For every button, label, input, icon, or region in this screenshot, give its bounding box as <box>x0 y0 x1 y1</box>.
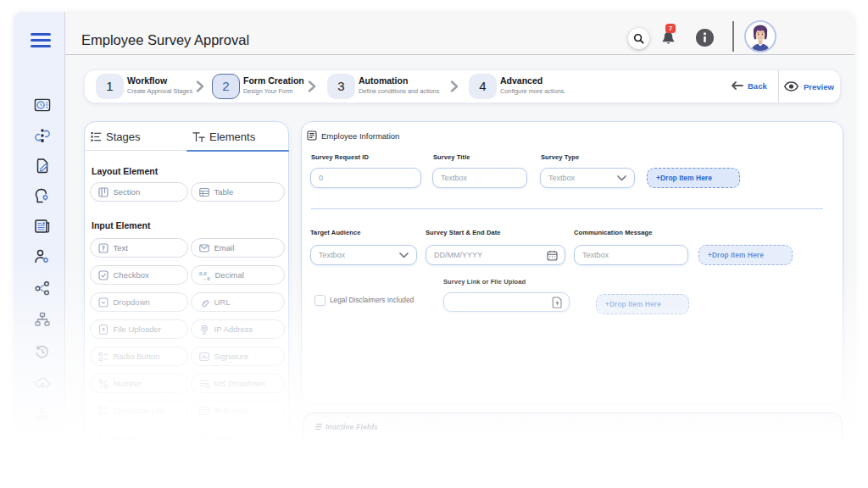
svg-text:→0: →0 <box>202 274 210 280</box>
